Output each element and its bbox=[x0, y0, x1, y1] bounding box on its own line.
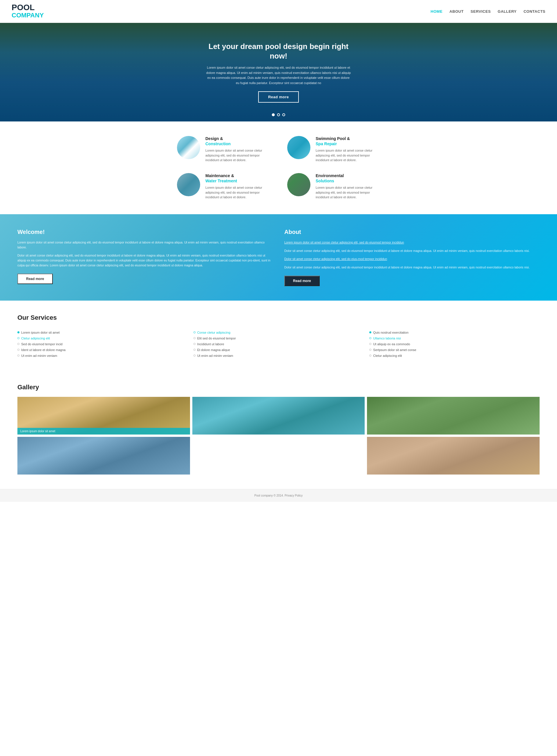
nav-item-services[interactable]: SERVICES bbox=[471, 9, 491, 13]
bullet-empty bbox=[369, 354, 371, 356]
about-para1: Dolor sit amet conse ctetur adipiscing e… bbox=[284, 248, 539, 253]
list-item: Et dolore magna alique bbox=[194, 347, 364, 353]
service-title-1: Swimming Pool &Spa Repair bbox=[316, 136, 380, 147]
list-item: Ctetur adipiscing elit bbox=[18, 336, 188, 341]
service-info-3: EnvironmentalSolutions Lorem ipsum dolor… bbox=[316, 173, 380, 200]
hero-read-more-button[interactable]: Read more bbox=[258, 91, 299, 103]
bullet-empty bbox=[18, 349, 20, 351]
footer-text: Pool company © 2014. bbox=[255, 494, 284, 497]
nav-item-contacts[interactable]: CONTACTS bbox=[524, 9, 546, 13]
services-icons-section: Design &Construction Lorem ipsum dolor s… bbox=[0, 122, 557, 214]
list-item-text: Ut aliquip ex ea commodo bbox=[373, 342, 410, 346]
list-item-text: Ident ut labore et dolore magna bbox=[21, 348, 65, 352]
list-item: Conse ctetur adipiscing bbox=[194, 329, 364, 336]
footer: Pool company © 2014. Privacy Policy bbox=[0, 489, 557, 502]
list-item-text: Ctetur adipiscing elit bbox=[373, 354, 402, 357]
gallery-item-1[interactable] bbox=[192, 397, 365, 435]
welcome-read-more-button[interactable]: Read more bbox=[18, 274, 53, 284]
gallery-image-3 bbox=[18, 437, 190, 475]
gallery-item-2[interactable] bbox=[367, 397, 539, 435]
list-item-text: Sertpsum dolor sit amet conse bbox=[373, 348, 416, 352]
list-item: Ullamco laboria nisi bbox=[369, 336, 539, 341]
list-item-text: Quis nostrud exercitation bbox=[373, 331, 408, 334]
list-item-text: Ctetur adipiscing elit bbox=[21, 337, 50, 340]
logo: POOL COMPANY bbox=[11, 3, 44, 19]
bullet-filled bbox=[18, 331, 20, 333]
gallery-image-4 bbox=[192, 437, 365, 475]
about-read-more-button[interactable]: Read more bbox=[284, 276, 320, 286]
service-subtitle-1: Spa Repair bbox=[316, 141, 380, 147]
service-subtitle-0: Construction bbox=[205, 141, 270, 147]
service-item-2: Maintenance &Water Treatment Lorem ipsum… bbox=[177, 173, 270, 200]
list-item: Lorem ipsum dolor sit amet bbox=[18, 329, 188, 336]
list-item-text: Sed do eiusmod tempor incid bbox=[21, 342, 62, 346]
main-nav: HOMEABOUTSERVICESGALLERYCONTACTS bbox=[431, 9, 546, 14]
list-item-text: Incididunt ut labore bbox=[197, 342, 224, 346]
bullet-empty bbox=[369, 343, 371, 345]
nav-item-gallery[interactable]: GALLERY bbox=[498, 9, 517, 13]
hero-text: Lorem ipsum dolor sit amet conse ctetur … bbox=[206, 65, 351, 86]
about-para2: Dolor sit amet conse ctetur adipiscing e… bbox=[284, 265, 539, 270]
list-item: Ut aliquip ex ea commodo bbox=[369, 341, 539, 347]
list-item: Ident ut labore et dolore magna bbox=[18, 347, 188, 353]
service-title-3: EnvironmentalSolutions bbox=[316, 173, 380, 184]
dot-1[interactable] bbox=[272, 113, 275, 116]
list-item: Sed do eiusmod tempor incid bbox=[18, 341, 188, 347]
list-item: Sertpsum dolor sit amet conse bbox=[369, 347, 539, 353]
dot-2[interactable] bbox=[277, 113, 280, 116]
about-link-1[interactable]: Lorem ipsum dolor sit amet conse ctetur … bbox=[284, 240, 539, 245]
list-item-text: Et dolore magna alique bbox=[197, 348, 230, 352]
service-title-0: Design &Construction bbox=[205, 136, 270, 147]
nav-item-about[interactable]: ABOUT bbox=[449, 9, 464, 13]
service-item-0: Design &Construction Lorem ipsum dolor s… bbox=[177, 136, 270, 163]
list-item-text: Ullamco laboria nisi bbox=[373, 337, 401, 340]
about-title: About bbox=[284, 229, 539, 235]
welcome-para1: Lorem ipsum dolor sit amet conse ctetur … bbox=[18, 240, 273, 250]
our-services-section: Our Services Lorem ipsum dolor sit ametC… bbox=[0, 301, 557, 372]
list-item-text: Conse ctetur adipiscing bbox=[197, 331, 230, 334]
welcome-about-section: Welcome! Lorem ipsum dolor sit amet cons… bbox=[0, 214, 557, 301]
about-column: About Lorem ipsum dolor sit amet conse c… bbox=[284, 229, 539, 286]
gallery-item-3[interactable] bbox=[18, 437, 190, 475]
dot-3[interactable] bbox=[282, 113, 285, 116]
hero-section: Let your dream pool design begin right n… bbox=[0, 23, 557, 122]
gallery-image-5 bbox=[367, 437, 539, 475]
welcome-column: Welcome! Lorem ipsum dolor sit amet cons… bbox=[18, 229, 273, 286]
service-title-2: Maintenance &Water Treatment bbox=[205, 173, 270, 184]
list-item: Ctetur adipiscing elit bbox=[369, 353, 539, 358]
service-img-2 bbox=[177, 173, 200, 196]
list-item: Ut enim ad minim veniam bbox=[194, 353, 364, 358]
list-item-text: Lorem ipsum dolor sit amet bbox=[21, 331, 60, 334]
service-item-1: Swimming Pool &Spa Repair Lorem ipsum do… bbox=[287, 136, 380, 163]
list-item-text: Ut enim ad minim veniam bbox=[197, 354, 233, 357]
bullet-empty bbox=[194, 349, 196, 351]
nav-item-home[interactable]: HOME bbox=[431, 9, 442, 13]
hero-content: Let your dream pool design begin right n… bbox=[200, 36, 357, 109]
about-link-2[interactable]: Dolor sit amet conse ctetur adipiscing e… bbox=[284, 256, 539, 261]
service-img-0 bbox=[177, 136, 200, 159]
our-services-title: Our Services bbox=[18, 314, 539, 321]
welcome-para2: Dolor sit amet conse ctetur adipiscing e… bbox=[18, 253, 273, 267]
gallery-image-1 bbox=[192, 397, 365, 435]
gallery-caption-0: Lorem ipsum dolor sit amet bbox=[18, 428, 190, 435]
gallery-item-4[interactable] bbox=[192, 437, 365, 475]
list-item-text: Elit sed do eiusmod tempor bbox=[197, 337, 236, 340]
bullet-empty bbox=[369, 349, 371, 351]
list-item-text: Ut enim ad minim veniam bbox=[21, 354, 57, 357]
service-info-0: Design &Construction Lorem ipsum dolor s… bbox=[205, 136, 270, 163]
gallery-section: Gallery Lorem ipsum dolor sit amet bbox=[0, 372, 557, 489]
service-info-1: Swimming Pool &Spa Repair Lorem ipsum do… bbox=[316, 136, 380, 163]
header: POOL COMPANY HOMEABOUTSERVICESGALLERYCON… bbox=[0, 0, 557, 23]
service-item-3: EnvironmentalSolutions Lorem ipsum dolor… bbox=[287, 173, 380, 200]
list-item: Incididunt ut labore bbox=[194, 341, 364, 347]
gallery-item-5[interactable] bbox=[367, 437, 539, 475]
bullet-empty bbox=[194, 337, 196, 339]
bullet-empty bbox=[194, 354, 196, 356]
logo-main: POOL bbox=[11, 3, 34, 12]
service-subtitle-2: Water Treatment bbox=[205, 178, 270, 184]
services-list-col-0: Lorem ipsum dolor sit ametCtetur adipisc… bbox=[18, 329, 188, 358]
gallery-item-0[interactable]: Lorem ipsum dolor sit amet bbox=[18, 397, 190, 435]
service-img-1 bbox=[287, 136, 311, 159]
service-text-3: Lorem ipsum dolor sit amet conse ctetur … bbox=[316, 185, 380, 200]
privacy-policy-link[interactable]: Privacy Policy bbox=[285, 494, 302, 497]
